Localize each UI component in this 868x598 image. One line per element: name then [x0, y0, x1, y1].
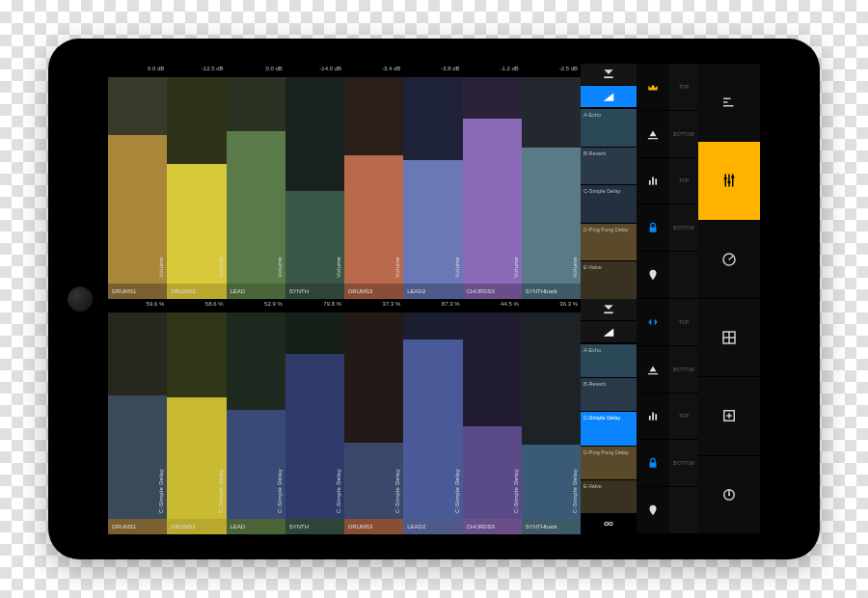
crown-icon[interactable] — [637, 64, 669, 111]
pin-icon[interactable] — [637, 487, 669, 534]
param-label: Volume — [454, 257, 460, 278]
track-value: 87.3 % — [403, 299, 462, 313]
position-label[interactable]: TOP — [669, 394, 698, 441]
home-button[interactable] — [68, 286, 93, 312]
position-label[interactable]: TOP — [669, 64, 698, 111]
position-label[interactable]: BOTTOM — [669, 111, 698, 158]
triangle-line-icon[interactable] — [637, 111, 669, 158]
ramp-icon[interactable] — [581, 321, 637, 342]
fx-item[interactable]: B-Reverb — [581, 147, 637, 185]
track-name[interactable]: SYNTHback — [522, 284, 581, 299]
triangle-line-icon[interactable] — [637, 346, 669, 394]
track-value: 37.3 % — [344, 299, 403, 313]
track-value: 0.0 dB — [227, 64, 285, 77]
fx-item[interactable]: A-Echo — [581, 343, 637, 377]
svg-rect-11 — [652, 413, 654, 421]
param-label: Volume — [277, 257, 283, 278]
faders-icon[interactable] — [698, 142, 760, 220]
fx-item[interactable]: E-Valve — [581, 479, 637, 513]
track-value: 52.9 % — [227, 299, 285, 313]
position-label[interactable]: TOP — [669, 158, 698, 205]
track-name[interactable]: LEAD — [227, 284, 285, 299]
position-label[interactable]: BOTTOM — [669, 440, 698, 487]
circles-icon[interactable] — [581, 513, 637, 534]
mixer-track[interactable]: C-Simple DelayLEAD2 — [403, 313, 462, 534]
param-label: Volume — [158, 257, 164, 278]
bars-icon[interactable] — [637, 394, 669, 441]
position-label[interactable]: BOTTOM — [669, 204, 698, 252]
mixer-track[interactable]: C-Simple DelayDRUMS2 — [167, 313, 226, 534]
mixer-track[interactable]: C-Simple DelayDRUMS1 — [108, 313, 167, 534]
mixer-track[interactable]: C-Simple DelayDRUMS3 — [344, 313, 403, 534]
mixer-track[interactable]: C-Simple DelayCHORDS3 — [463, 313, 522, 534]
param-label: C-Simple Delay — [572, 469, 578, 513]
dial-icon[interactable] — [698, 456, 760, 534]
mixer-track[interactable]: VolumeSYNTH — [285, 77, 344, 299]
track-value: 59.6 % — [108, 299, 167, 313]
mixer-track[interactable]: VolumeDRUMS2 — [167, 77, 226, 299]
position-label[interactable] — [669, 252, 698, 299]
fx-item[interactable]: D-Ping Pong Delay — [581, 446, 637, 479]
track-name[interactable]: DRUMS2 — [167, 519, 226, 534]
track-name[interactable]: LEAD — [227, 519, 285, 534]
mixer-track[interactable]: VolumeDRUMS3 — [344, 77, 403, 299]
fx-item[interactable]: C-Simple Delay — [581, 411, 637, 445]
param-label: Volume — [394, 257, 400, 278]
fx-item[interactable]: A-Echo — [581, 108, 637, 147]
pin-icon[interactable] — [637, 252, 669, 299]
param-label: Volume — [336, 257, 341, 278]
expand-icon[interactable] — [637, 299, 669, 346]
svg-point-33 — [728, 494, 730, 496]
lock-icon[interactable] — [637, 440, 669, 487]
bars-icon[interactable] — [637, 158, 669, 205]
svg-rect-15 — [723, 101, 728, 103]
svg-rect-20 — [724, 177, 727, 179]
track-name[interactable]: DRUMS2 — [167, 284, 226, 299]
track-name[interactable]: DRUMS3 — [344, 284, 403, 299]
mixer-track[interactable]: VolumeLEAD — [227, 77, 285, 299]
svg-rect-1 — [604, 312, 612, 313]
track-name[interactable]: SYNTH — [285, 284, 344, 299]
ramp-icon[interactable] — [581, 86, 637, 107]
position-label[interactable]: BOTTOM — [669, 346, 698, 394]
svg-rect-7 — [655, 179, 657, 185]
track-name[interactable]: SYNTH — [285, 519, 344, 534]
mixer-track[interactable]: VolumeLEAD2 — [403, 77, 462, 299]
grid-icon[interactable] — [698, 299, 760, 377]
svg-rect-22 — [731, 177, 734, 178]
lock-icon[interactable] — [637, 204, 669, 252]
gauge-icon[interactable] — [698, 221, 760, 299]
track-name[interactable]: DRUMS1 — [108, 284, 167, 299]
tablet-device: 0.0 dB-12.5 dB0.0 dB-14.0 dB-3.4 dB-3.8 … — [48, 39, 820, 559]
track-name[interactable]: LEAD2 — [403, 519, 462, 534]
mixer-track[interactable]: VolumeSYNTHback — [522, 77, 581, 299]
mixer-track[interactable]: C-Simple DelaySYNTHback — [522, 313, 581, 534]
mute-icon[interactable] — [581, 64, 637, 85]
position-label[interactable] — [669, 487, 698, 534]
track-name[interactable]: DRUMS3 — [344, 519, 403, 534]
track-name[interactable]: DRUMS1 — [108, 519, 167, 534]
svg-rect-21 — [728, 181, 731, 183]
mixer-track[interactable]: C-Simple DelayLEAD — [227, 313, 285, 534]
sliders-mini-icon[interactable] — [698, 64, 760, 142]
param-label: C-Simple Delay — [277, 469, 283, 513]
track-name[interactable]: LEAD2 — [403, 284, 462, 299]
mute-icon[interactable] — [581, 299, 637, 320]
position-label[interactable]: TOP — [669, 299, 698, 346]
track-value: 58.6 % — [167, 299, 226, 313]
track-value: -3.4 dB — [344, 64, 403, 77]
plus-box-icon[interactable] — [698, 377, 760, 455]
track-name[interactable]: SYNTHback — [522, 519, 581, 534]
param-label: C-Simple Delay — [158, 469, 164, 513]
mixer-track[interactable]: C-Simple DelaySYNTH — [285, 313, 344, 534]
mixer-track[interactable]: VolumeDRUMS1 — [108, 77, 167, 299]
track-name[interactable]: CHORDS3 — [463, 284, 522, 299]
track-name[interactable]: CHORDS3 — [463, 519, 522, 534]
fx-item[interactable]: D-Ping Pong Delay — [581, 223, 637, 261]
fx-item[interactable]: C-Simple Delay — [581, 184, 637, 223]
svg-rect-0 — [604, 76, 612, 78]
fx-item[interactable]: E-Valve — [581, 260, 637, 299]
fx-item[interactable]: B-Reverb — [581, 377, 637, 411]
track-value: -1.2 dB — [463, 64, 522, 77]
mixer-track[interactable]: VolumeCHORDS3 — [463, 77, 522, 299]
